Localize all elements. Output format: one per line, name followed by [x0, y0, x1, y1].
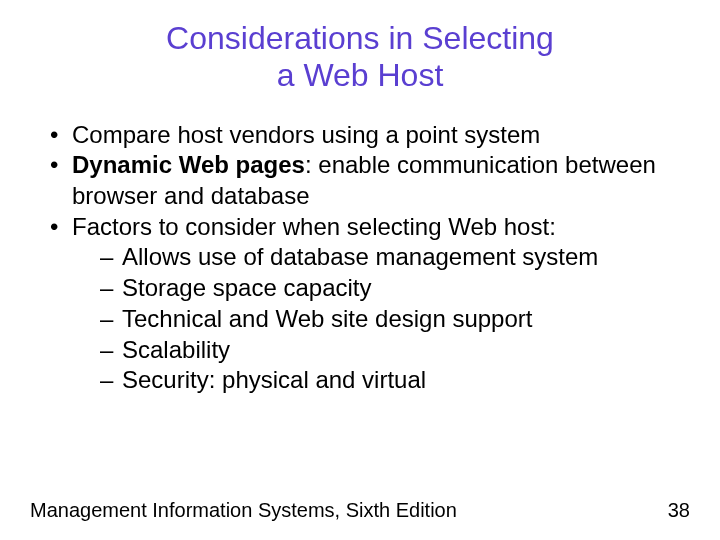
page-number: 38 — [668, 499, 690, 522]
slide: Considerations in Selecting a Web Host C… — [0, 0, 720, 540]
bullet-text: Factors to consider when selecting Web h… — [72, 213, 556, 240]
sub-bullet-list: Allows use of database management system… — [72, 242, 690, 396]
sub-bullet-item: Allows use of database management system — [100, 242, 690, 273]
sub-bullet-item: Storage space capacity — [100, 273, 690, 304]
title-line-2: a Web Host — [277, 57, 444, 93]
title-line-1: Considerations in Selecting — [166, 20, 554, 56]
sub-bullet-item: Technical and Web site design support — [100, 304, 690, 335]
bullet-item: Factors to consider when selecting Web h… — [50, 212, 690, 396]
bullet-bold: Dynamic Web pages — [72, 151, 305, 178]
slide-title: Considerations in Selecting a Web Host — [30, 20, 690, 94]
sub-bullet-item: Scalability — [100, 335, 690, 366]
bullet-text: Compare host vendors using a point syste… — [72, 121, 540, 148]
footer-text: Management Information Systems, Sixth Ed… — [30, 499, 457, 522]
sub-bullet-text: Allows use of database management system — [122, 243, 598, 270]
sub-bullet-text: Security: physical and virtual — [122, 366, 426, 393]
sub-bullet-text: Technical and Web site design support — [122, 305, 532, 332]
sub-bullet-text: Storage space capacity — [122, 274, 371, 301]
sub-bullet-text: Scalability — [122, 336, 230, 363]
bullet-item: Compare host vendors using a point syste… — [50, 120, 690, 151]
bullet-item: Dynamic Web pages: enable communication … — [50, 150, 690, 211]
bullet-list: Compare host vendors using a point syste… — [30, 120, 690, 396]
sub-bullet-item: Security: physical and virtual — [100, 365, 690, 396]
